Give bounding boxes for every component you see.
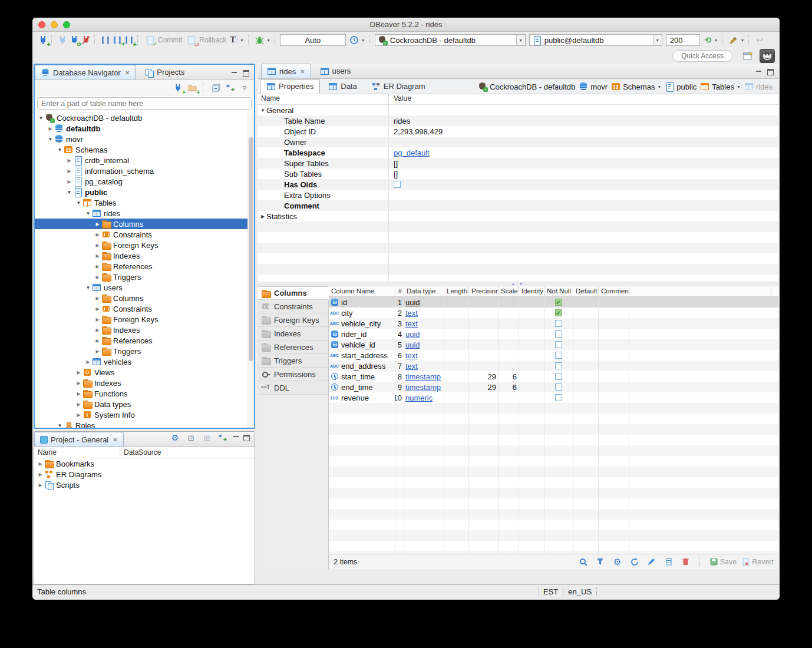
breadcrumb-item-schemas[interactable]: Schemas▼: [611, 82, 661, 91]
detail-tab-indexes[interactable]: Indexes: [258, 327, 328, 340]
tree-item-indexes[interactable]: ▶Indexes: [35, 378, 254, 388]
expand-arrow-icon[interactable]: ▶: [94, 328, 101, 333]
tab-projects[interactable]: Projects: [139, 65, 190, 80]
expand-arrow-icon[interactable]: ▼: [65, 190, 73, 195]
table-row-end-time[interactable]: end_time9timestamp296: [329, 382, 778, 392]
tab-project-general[interactable]: Project - General ✕: [34, 432, 124, 447]
table-row-id[interactable]: id1uuid: [329, 297, 778, 308]
editor-tab-rides[interactable]: rides✕: [261, 64, 311, 78]
expand-arrow-icon[interactable]: ▶: [259, 214, 266, 219]
tree-item-roles[interactable]: ▼Roles: [35, 420, 254, 428]
close-database-navigator-icon[interactable]: ✕: [125, 70, 130, 76]
tree-item-data-types[interactable]: ▶Data types: [35, 399, 254, 409]
search-icon[interactable]: [577, 556, 589, 568]
datatype-link[interactable]: uuid: [405, 298, 420, 307]
table-row-city[interactable]: city2text: [329, 308, 778, 318]
datatype-link[interactable]: text: [405, 351, 418, 360]
tree-item-defaultdb[interactable]: ▶defaultdb: [35, 123, 254, 134]
table-filter-input[interactable]: [37, 97, 252, 110]
detail-tab-references[interactable]: References: [258, 340, 328, 354]
transaction-history-icon[interactable]: ▼: [349, 35, 365, 45]
sql-editor-icon[interactable]: [100, 34, 111, 46]
close-tab-icon[interactable]: ✕: [300, 68, 305, 75]
filter-icon[interactable]: [595, 556, 606, 568]
column-header-scale[interactable]: Scale: [499, 286, 519, 296]
datatype-link[interactable]: numeric: [405, 394, 433, 402]
expand-arrow-icon[interactable]: ▶: [94, 253, 101, 259]
spray-icon[interactable]: ▼: [729, 36, 744, 45]
notnull-checkbox[interactable]: [555, 330, 562, 338]
breadcrumb-caret-icon[interactable]: ▼: [657, 85, 661, 89]
project-collapse-icon[interactable]: ⊟: [185, 432, 197, 444]
notnull-checkbox[interactable]: [555, 373, 562, 380]
rows-icon[interactable]: [663, 556, 675, 568]
property-row-tablespace[interactable]: Tablespacepg_default: [258, 147, 778, 158]
open-perspective-icon[interactable]: [742, 50, 754, 62]
connection-combo[interactable]: CockroachDB - defaultdb ▼: [375, 34, 526, 46]
notnull-checkbox[interactable]: [555, 320, 562, 327]
expand-arrow-icon[interactable]: ▶: [94, 221, 101, 227]
tree-item-rides[interactable]: ▼rides: [35, 208, 254, 219]
datatype-link[interactable]: text: [405, 309, 418, 318]
expand-arrow-icon[interactable]: ▶: [75, 370, 82, 375]
tree-item-cockroachdb-defaultdb[interactable]: ▼CockroachDB - defaultdb: [35, 113, 254, 123]
navigator-scrollbar[interactable]: [247, 113, 254, 428]
detail-tab-permissions[interactable]: Permissions: [258, 368, 328, 381]
expand-arrow-icon[interactable]: ▶: [94, 243, 101, 248]
column-header-data-type[interactable]: Data type: [404, 286, 444, 296]
detail-tab-triggers[interactable]: Triggers: [258, 354, 328, 368]
tree-item-references[interactable]: ▶References: [35, 261, 254, 272]
project-expand-icon[interactable]: ⊞: [201, 432, 213, 444]
expand-arrow-icon[interactable]: ▶: [94, 275, 101, 280]
view-menu-icon[interactable]: ▽: [239, 82, 250, 94]
project-item-bookmarks[interactable]: ▶Bookmarks: [34, 458, 255, 469]
subtab-er-diagram[interactable]: ER Diagram: [365, 79, 431, 94]
expand-arrow-icon[interactable]: ▶: [94, 296, 101, 301]
datatype-link[interactable]: uuid: [405, 330, 420, 339]
datatype-link[interactable]: timestamp: [405, 383, 441, 392]
table-row-vehicle-city[interactable]: vehicle_city3text: [329, 318, 778, 329]
reconnect-icon[interactable]: ⟳: [68, 34, 80, 46]
breadcrumb-item-movr[interactable]: movr: [579, 82, 608, 91]
tree-item-crdb-internal[interactable]: ▶crdb_internal: [35, 155, 254, 166]
schema-combo[interactable]: public@defaultdb ▼: [529, 34, 662, 46]
dbeaver-perspective-icon[interactable]: [760, 49, 775, 63]
table-row-rider-id[interactable]: rider_id4uuid: [329, 329, 778, 339]
notnull-checkbox[interactable]: [555, 352, 562, 359]
commit-mode-combo[interactable]: Auto: [280, 34, 346, 46]
revert-button[interactable]: Revert: [742, 558, 774, 566]
tree-item-indexes[interactable]: ▶Indexes: [35, 325, 254, 335]
quick-access-input[interactable]: [672, 50, 732, 62]
new-folder-icon[interactable]: +: [186, 82, 198, 94]
new-connection-icon[interactable]: +: [37, 34, 49, 46]
tree-item-columns[interactable]: ▶Columns: [35, 219, 254, 229]
delete-icon[interactable]: [680, 556, 692, 568]
expand-arrow-icon[interactable]: ▼: [56, 147, 64, 153]
open-sql-script-icon[interactable]: ➜: [111, 34, 123, 46]
has-oids-checkbox[interactable]: [394, 181, 401, 188]
detail-tab-ddl[interactable]: DDL: [258, 381, 328, 395]
notnull-checkbox[interactable]: [555, 383, 562, 391]
table-row-vehicle-id[interactable]: vehicle_id5uuid: [329, 339, 778, 350]
tab-database-navigator[interactable]: Database Navigator ✕: [35, 65, 136, 80]
expand-arrow-icon[interactable]: ▶: [75, 402, 82, 407]
close-project-general-icon[interactable]: ✕: [113, 437, 117, 443]
expand-arrow-icon[interactable]: ▼: [47, 137, 54, 142]
navigator-new-connection-icon[interactable]: +: [172, 82, 184, 94]
expand-arrow-icon[interactable]: ▶: [65, 158, 73, 163]
collapse-all-icon[interactable]: [210, 82, 222, 94]
expand-arrow-icon[interactable]: ▶: [75, 391, 82, 396]
editor-tab-users[interactable]: users: [315, 64, 357, 78]
breadcrumb-item-tables[interactable]: Tables▼: [700, 82, 741, 91]
project-settings-gear-icon[interactable]: ⚙: [169, 432, 181, 444]
minimize-panel-icon[interactable]: [231, 71, 237, 77]
disconnect-all-icon[interactable]: [80, 34, 92, 46]
expand-arrow-icon[interactable]: ▶: [75, 381, 82, 386]
tree-item-information-schema[interactable]: ▶information_schema: [35, 166, 254, 176]
property-row-table-name[interactable]: Table Namerides: [258, 115, 778, 126]
breadcrumb-item-rides[interactable]: rides: [744, 82, 773, 91]
tree-item-views[interactable]: ▶Views: [35, 367, 254, 378]
notnull-checkbox[interactable]: [555, 394, 562, 401]
scrollbar-thumb[interactable]: [249, 137, 253, 361]
tree-item-columns[interactable]: ▶Columns: [35, 293, 254, 303]
